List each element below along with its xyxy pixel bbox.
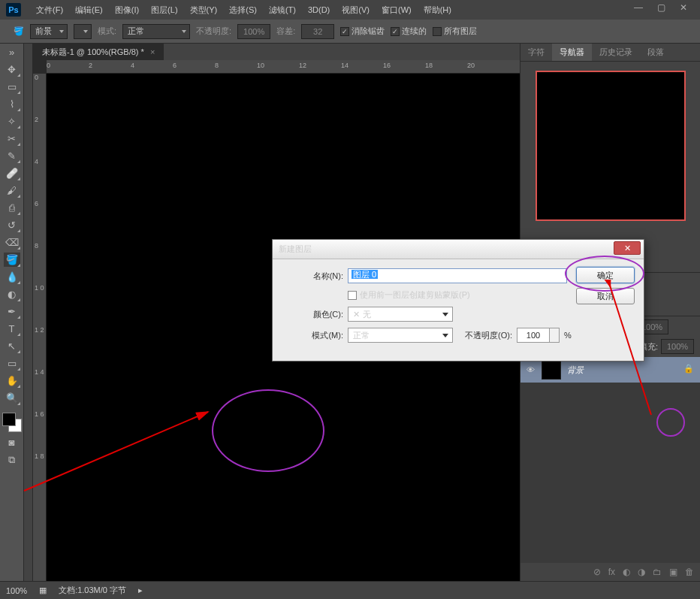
ruler-tick: 8 <box>35 242 38 250</box>
lock-icon[interactable]: 🔒 <box>683 364 695 376</box>
mode-label-dialog: 模式(M): <box>282 330 343 341</box>
visibility-eye-icon[interactable]: 👁 <box>525 365 536 375</box>
layer-group-icon[interactable]: 🗀 <box>653 567 662 577</box>
ruler-tick: 8 <box>215 62 219 69</box>
menu-type[interactable]: 类型(Y) <box>184 2 224 18</box>
paint-bucket-tool[interactable]: 🪣 <box>4 253 20 267</box>
document-tabs: 未标题-1 @ 100%(RGB/8) * × <box>33 44 520 60</box>
status-bar: 100% ▦ 文档:1.03M/0 字节 ▸ <box>0 581 700 599</box>
clip-mask-checkbox <box>348 291 357 300</box>
blur-tool[interactable]: 💧 <box>4 270 20 284</box>
clone-stamp-tool[interactable]: ⎙ <box>4 201 20 215</box>
opacity-field[interactable]: 100% <box>237 24 270 39</box>
menu-3d[interactable]: 3D(D) <box>302 3 336 17</box>
window-maximize-button[interactable]: ▢ <box>650 0 671 15</box>
cancel-button[interactable]: 取消 <box>576 288 635 304</box>
adjustment-layer-icon[interactable]: ◑ <box>638 567 645 577</box>
new-layer-dialog: 新建图层 ✕ 确定 取消 名称(N): 图层 0 使用前一图层创建剪贴蒙版(P)… <box>272 239 644 362</box>
ruler-tick: 6 <box>35 200 38 207</box>
dialog-close-button[interactable]: ✕ <box>614 241 641 255</box>
document-status: 文档:1.03M/0 字节 <box>59 585 126 596</box>
crop-tool[interactable]: ✂ <box>4 132 20 146</box>
menu-layer[interactable]: 图层(L) <box>145 2 183 18</box>
menu-image[interactable]: 图像(I) <box>109 2 145 18</box>
move-tool[interactable]: ✥ <box>4 62 20 77</box>
panel-collapse-strip[interactable] <box>24 44 33 581</box>
tab-paragraph[interactable]: 段落 <box>640 44 671 61</box>
title-bar: Ps 文件(F) 编辑(E) 图像(I) 图层(L) 类型(Y) 选择(S) 滤… <box>0 0 700 20</box>
layer-fill-field[interactable]: 100% <box>661 339 694 354</box>
marquee-tool[interactable]: ▭ <box>4 80 20 94</box>
contiguous-checkbox[interactable] <box>391 27 400 36</box>
hand-tool[interactable]: ✋ <box>4 374 20 388</box>
delete-layer-icon[interactable]: 🗑 <box>685 567 694 577</box>
eyedropper-tool[interactable]: ✎ <box>4 149 20 163</box>
opacity-spin-icon[interactable] <box>549 328 560 343</box>
ruler-tick: 0 <box>47 62 50 69</box>
lasso-tool[interactable]: ⌇ <box>4 97 20 111</box>
antialias-checkbox[interactable] <box>340 27 349 36</box>
menu-filter[interactable]: 滤镜(T) <box>263 2 302 18</box>
color-label: 颜色(C): <box>282 309 343 320</box>
window-close-button[interactable]: ✕ <box>673 0 694 15</box>
layer-opacity-input[interactable] <box>517 328 550 343</box>
pattern-picker[interactable] <box>74 24 92 39</box>
contiguous-label: 连续的 <box>402 26 427 37</box>
ruler-tick: 10 <box>257 62 264 69</box>
new-layer-icon[interactable]: ▣ <box>669 567 677 577</box>
quick-mask-toggle[interactable]: ◙ <box>4 435 20 449</box>
tab-character[interactable]: 字符 <box>520 44 552 61</box>
type-tool[interactable]: T <box>4 322 20 336</box>
magic-wand-tool[interactable]: ✧ <box>4 114 20 129</box>
ok-button[interactable]: 确定 <box>576 267 635 283</box>
percent-label: % <box>564 331 572 340</box>
menu-edit[interactable]: 编辑(E) <box>69 2 109 18</box>
brush-tool[interactable]: 🖌 <box>4 183 20 198</box>
layer-thumbnail[interactable] <box>542 360 561 380</box>
ruler-tick: 0 <box>35 74 38 81</box>
tool-handle-icon[interactable]: » <box>4 45 20 59</box>
navigator-thumbnail[interactable] <box>536 71 686 221</box>
tab-history[interactable]: 历史记录 <box>592 44 640 61</box>
blend-mode-select[interactable]: 正常 <box>122 24 190 39</box>
zoom-level[interactable]: 100% <box>6 586 27 595</box>
menu-window[interactable]: 窗口(W) <box>376 2 418 18</box>
name-label: 名称(N): <box>282 271 343 282</box>
bucket-tool-icon: 🪣 <box>14 26 24 36</box>
dialog-title-bar[interactable]: 新建图层 ✕ <box>273 240 644 259</box>
layer-mask-icon[interactable]: ◐ <box>623 567 630 577</box>
screen-mode-toggle[interactable]: ⧉ <box>4 452 20 467</box>
menu-view[interactable]: 视图(V) <box>336 2 376 18</box>
status-menu-chevron-icon[interactable]: ▸ <box>138 585 143 595</box>
all-layers-checkbox[interactable] <box>433 27 442 36</box>
menu-help[interactable]: 帮助(H) <box>418 2 457 18</box>
link-layers-icon[interactable]: ⊘ <box>593 567 601 577</box>
ruler-tick: 12 <box>299 62 306 69</box>
layer-color-select[interactable]: ✕无 <box>348 307 453 322</box>
svg-line-0 <box>24 412 208 491</box>
tab-navigator[interactable]: 导航器 <box>552 44 592 61</box>
layer-name-label[interactable]: 背景 <box>567 365 677 376</box>
dodge-tool[interactable]: ◐ <box>4 287 20 301</box>
close-tab-icon[interactable]: × <box>150 47 155 56</box>
zoom-tool[interactable]: 🔍 <box>4 391 20 405</box>
menu-file[interactable]: 文件(F) <box>30 2 69 18</box>
history-brush-tool[interactable]: ↺ <box>4 218 20 232</box>
layer-fx-icon[interactable]: fx <box>608 567 615 577</box>
layer-mode-select[interactable]: 正常 <box>348 328 453 343</box>
ruler-vertical: 0 2 4 6 8 1 0 1 2 1 4 1 6 1 8 <box>33 74 47 581</box>
tolerance-field[interactable]: 32 <box>301 24 334 39</box>
eraser-tool[interactable]: ⌫ <box>4 235 20 250</box>
pen-tool[interactable]: ✒ <box>4 304 20 319</box>
healing-brush-tool[interactable]: 🩹 <box>4 166 20 180</box>
fill-source-select[interactable]: 前景 <box>30 24 68 39</box>
shape-tool[interactable]: ▭ <box>4 356 20 371</box>
ruler-tick: 1 2 <box>35 326 44 334</box>
window-minimize-button[interactable]: — <box>628 0 649 15</box>
menu-select[interactable]: 选择(S) <box>223 2 263 18</box>
color-swatch[interactable] <box>2 413 22 432</box>
path-select-tool[interactable]: ↖ <box>4 339 20 353</box>
ruler-tick: 20 <box>467 62 475 69</box>
layer-name-input[interactable]: 图层 0 <box>348 268 567 283</box>
document-tab[interactable]: 未标题-1 @ 100%(RGB/8) * × <box>33 44 164 60</box>
